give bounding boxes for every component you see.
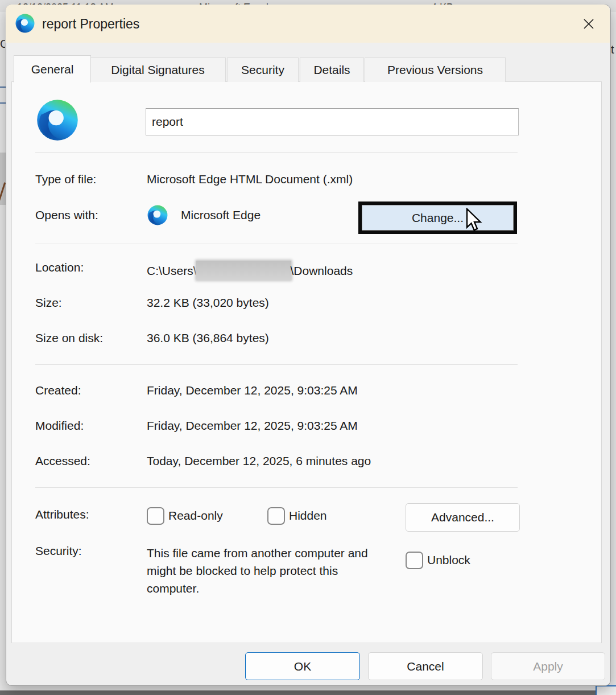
location-value: C:\Users\\Downloads — [147, 261, 353, 280]
tab-general[interactable]: General — [14, 55, 91, 83]
accessed-value: Today, December 12, 2025, 6 minutes ago — [147, 454, 371, 468]
tab-security[interactable]: Security — [227, 57, 299, 82]
ok-button[interactable]: OK — [245, 652, 360, 680]
apply-button-label: Apply — [533, 660, 563, 673]
cancel-button[interactable]: Cancel — [368, 652, 483, 680]
advanced-button[interactable]: Advanced... — [406, 503, 520, 532]
modified-label: Modified: — [35, 419, 84, 433]
unblock-label: Unblock — [427, 553, 470, 567]
tab-label: General — [31, 63, 74, 76]
separator — [35, 152, 518, 153]
tab-label: Digital Signatures — [111, 63, 205, 77]
location-label: Location: — [35, 261, 84, 274]
change-button[interactable]: Change... — [358, 201, 517, 234]
readonly-label: Read-only — [168, 509, 223, 523]
accessed-label: Accessed: — [35, 454, 90, 468]
background-window-fragment: C — [0, 38, 5, 49]
ok-button-label: OK — [294, 660, 311, 673]
background-focused-button-fragment — [596, 685, 616, 695]
screen: C t 12/12/2025 11:18 AM Microsoft Excel … — [0, 0, 616, 695]
window-title: report Properties — [42, 17, 139, 32]
type-of-file-label: Type of file: — [35, 172, 96, 186]
mouse-cursor — [466, 208, 483, 233]
opens-with-label: Opens with: — [35, 208, 98, 222]
tab-label: Previous Versions — [387, 63, 483, 77]
redacted-username-box — [196, 261, 291, 280]
advanced-button-label: Advanced... — [431, 511, 494, 524]
opens-with-value: Microsoft Edge — [181, 208, 261, 222]
tab-digital-signatures[interactable]: Digital Signatures — [90, 57, 226, 82]
size-label: Size: — [35, 296, 62, 310]
separator — [35, 487, 518, 488]
background-window-fragment: t — [611, 43, 616, 56]
size-on-disk-value: 36.0 KB (36,864 bytes) — [147, 331, 269, 345]
size-on-disk-label: Size on disk: — [35, 331, 103, 345]
security-label: Security: — [35, 544, 82, 558]
close-icon — [581, 17, 596, 31]
modified-value: Friday, December 12, 2025, 9:03:25 AM — [147, 419, 358, 433]
size-value: 32.2 KB (33,020 bytes) — [147, 296, 269, 310]
background-divider-bar — [0, 690, 616, 695]
tab-details[interactable]: Details — [300, 57, 364, 82]
location-prefix: C:\Users\ — [147, 264, 197, 277]
created-label: Created: — [35, 384, 81, 397]
created-value: Friday, December 12, 2025, 9:03:25 AM — [147, 384, 358, 397]
separator — [35, 364, 518, 365]
cancel-button-label: Cancel — [407, 660, 444, 673]
tab-previous-versions[interactable]: Previous Versions — [365, 57, 506, 82]
separator — [35, 244, 518, 244]
change-button-label: Change... — [412, 211, 464, 225]
opens-with-edge-icon — [147, 204, 168, 226]
hidden-label: Hidden — [289, 509, 327, 523]
hidden-checkbox[interactable] — [267, 507, 285, 525]
readonly-checkbox[interactable] — [147, 507, 164, 525]
tab-label: Security — [241, 63, 284, 77]
tab-label: Details — [313, 63, 350, 77]
attributes-label: Attributes: — [35, 508, 89, 521]
apply-button[interactable]: Apply — [491, 652, 605, 680]
close-button[interactable] — [576, 13, 602, 35]
file-edge-icon — [35, 98, 80, 142]
security-description: This file came from another computer and… — [147, 544, 374, 597]
unblock-checkbox[interactable] — [406, 552, 423, 569]
location-suffix: \Downloads — [291, 264, 353, 277]
filename-input[interactable] — [146, 108, 519, 135]
edge-icon — [15, 13, 35, 34]
type-of-file-value: Microsoft Edge HTML Document (.xml) — [147, 172, 353, 186]
